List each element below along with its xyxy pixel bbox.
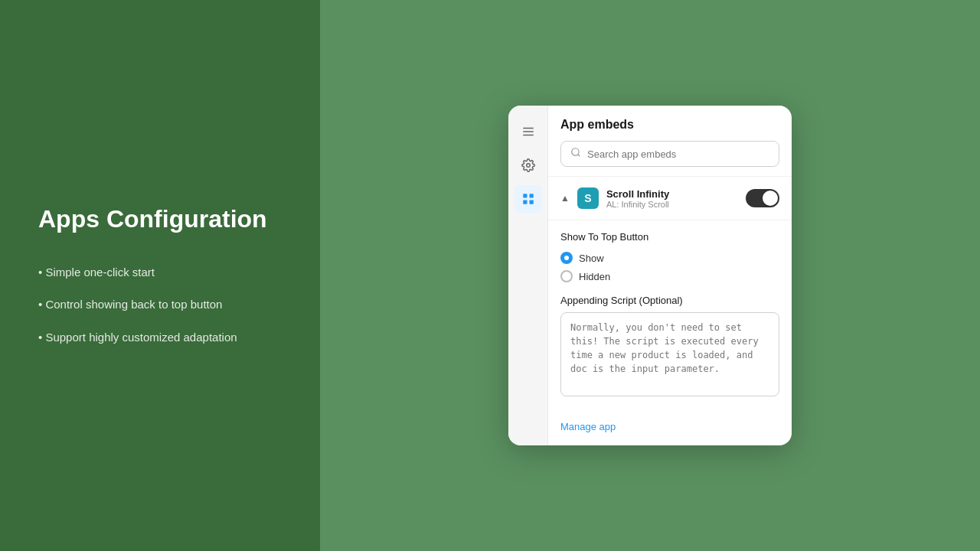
feature-list: Simple one-click start Control showing b… — [38, 264, 282, 347]
svg-rect-6 — [523, 201, 527, 204]
search-icon — [570, 147, 581, 161]
app-icon: S — [577, 187, 599, 209]
script-textarea[interactable] — [560, 312, 779, 396]
card-header: App embeds — [548, 106, 792, 177]
svg-rect-5 — [529, 194, 533, 197]
chevron-up-icon[interactable]: ▲ — [560, 193, 570, 204]
app-item: ▲ S Scroll Infinity AL: Infinity Scroll — [548, 177, 792, 220]
app-details: Show To Top Button Show Hidden Appending… — [548, 220, 792, 410]
svg-point-8 — [572, 148, 579, 155]
card-title: App embeds — [560, 118, 779, 132]
radio-show[interactable]: Show — [560, 252, 779, 264]
radio-hidden-circle — [560, 270, 573, 282]
sidebar-list-icon[interactable] — [514, 118, 542, 145]
main-title: Apps Configuration — [38, 205, 282, 233]
manage-link-container: Manage app — [548, 410, 792, 445]
sidebar-gear-icon[interactable] — [514, 152, 542, 179]
app-embeds-card: App embeds ▲ — [508, 106, 792, 445]
svg-rect-4 — [523, 194, 527, 197]
app-name: Scroll Infinity — [606, 188, 669, 200]
search-box[interactable] — [560, 141, 779, 167]
radio-show-label: Show — [579, 253, 604, 264]
radio-show-circle — [560, 252, 573, 264]
left-panel: Apps Configuration Simple one-click star… — [0, 0, 320, 551]
radio-group-show-to-top: Show Hidden — [560, 252, 779, 282]
right-panel: App embeds ▲ — [320, 0, 980, 551]
radio-hidden-label: Hidden — [579, 271, 610, 282]
card-content: App embeds ▲ — [548, 106, 792, 445]
app-item-header: ▲ S Scroll Infinity AL: Infinity Scroll — [560, 187, 779, 209]
show-to-top-label: Show To Top Button — [560, 231, 779, 243]
app-toggle[interactable] — [746, 189, 779, 207]
script-label: Appending Script (Optional) — [560, 295, 779, 306]
feature-item-2: Control showing back to top button — [38, 296, 282, 314]
feature-item-1: Simple one-click start — [38, 264, 282, 282]
radio-hidden[interactable]: Hidden — [560, 270, 779, 282]
app-subtitle: AL: Infinity Scroll — [606, 200, 669, 209]
svg-line-9 — [578, 155, 580, 157]
app-item-left: ▲ S Scroll Infinity AL: Infinity Scroll — [560, 187, 669, 209]
feature-item-3: Support highly customized adaptation — [38, 329, 282, 347]
svg-point-3 — [526, 164, 530, 168]
card-sidebar — [508, 106, 548, 445]
svg-rect-7 — [529, 201, 533, 204]
search-input[interactable] — [587, 148, 769, 160]
sidebar-apps-icon[interactable] — [514, 185, 542, 213]
manage-app-link[interactable]: Manage app — [560, 421, 616, 432]
app-info: Scroll Infinity AL: Infinity Scroll — [606, 188, 669, 209]
